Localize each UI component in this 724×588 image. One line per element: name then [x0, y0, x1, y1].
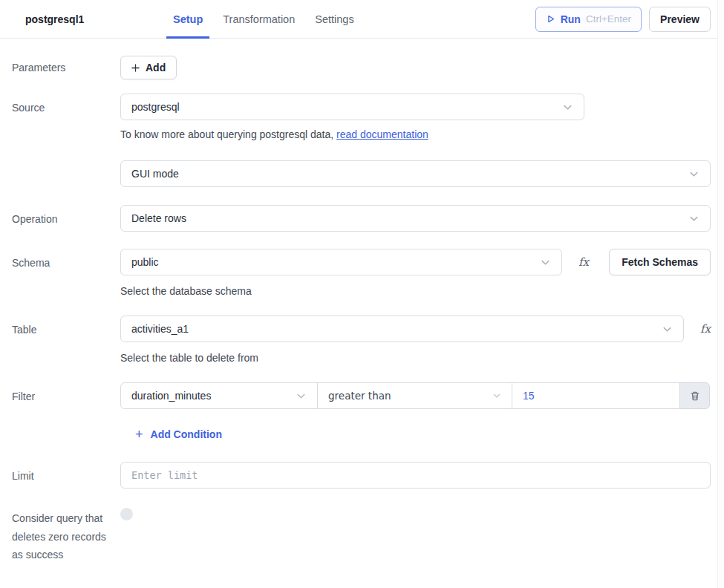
- tab-settings[interactable]: Settings: [315, 0, 353, 39]
- operation-label: Operation: [0, 205, 120, 226]
- add-parameter-button[interactable]: Add: [120, 56, 177, 79]
- plus-icon: [131, 64, 140, 72]
- header-actions: Run Ctrl+Enter Preview: [535, 7, 711, 32]
- operation-select[interactable]: Delete rows: [120, 205, 711, 232]
- filter-value-input[interactable]: [512, 382, 680, 409]
- filter-operator-select[interactable]: greater than: [317, 382, 512, 409]
- mode-select-value: GUI mode: [131, 168, 179, 180]
- table-row: Table activities_a1 fx Select the table …: [0, 316, 724, 365]
- run-shortcut: Ctrl+Enter: [586, 13, 631, 24]
- table-select-value: activities_a1: [131, 323, 189, 335]
- success-toggle-label: Consider query that deletes zero records…: [0, 507, 120, 564]
- schema-label: Schema: [0, 249, 120, 270]
- limit-input[interactable]: [120, 462, 711, 489]
- filter-column-select[interactable]: duration_minutes: [120, 382, 318, 409]
- filter-column-value: duration_minutes: [131, 390, 211, 402]
- source-row: Source postgresql To know more about que…: [0, 94, 724, 187]
- table-select[interactable]: activities_a1: [120, 316, 684, 342]
- fx-toggle[interactable]: fx: [578, 255, 589, 269]
- chevron-down-icon: [296, 391, 307, 402]
- chevron-down-icon: [492, 391, 501, 400]
- source-helper-prefix: To know more about querying postgresql d…: [120, 128, 333, 140]
- filter-operator-value: greater than: [328, 390, 391, 402]
- run-button-label: Run: [561, 13, 581, 25]
- plus-icon: +: [135, 428, 143, 441]
- tab-bar: Setup Transformation Settings: [173, 0, 354, 39]
- parameters-label: Parameters: [0, 56, 120, 75]
- fetch-schemas-button[interactable]: Fetch Schemas: [609, 249, 711, 275]
- limit-row: Limit: [0, 462, 724, 489]
- source-select[interactable]: postgresql: [120, 94, 584, 120]
- schema-select[interactable]: public: [120, 249, 562, 275]
- read-documentation-link[interactable]: read documentation: [336, 128, 428, 140]
- tab-transformation[interactable]: Transformation: [223, 0, 295, 39]
- filter-label: Filter: [0, 382, 120, 404]
- success-toggle-switch[interactable]: [120, 508, 133, 520]
- schema-select-value: public: [131, 256, 159, 268]
- table-helper-text: Select the table to delete from: [120, 350, 711, 365]
- trash-icon: [690, 391, 700, 402]
- chevron-down-icon: [562, 102, 573, 113]
- run-button[interactable]: Run Ctrl+Enter: [535, 7, 642, 32]
- preview-button[interactable]: Preview: [649, 7, 711, 32]
- source-helper-text: To know more about querying postgresql d…: [120, 127, 711, 142]
- query-header: postgresql1 Setup Transformation Setting…: [0, 0, 724, 39]
- table-label: Table: [0, 316, 120, 337]
- parameters-row: Parameters Add: [0, 56, 724, 79]
- source-select-value: postgresql: [131, 101, 180, 113]
- query-title: postgresql1: [25, 13, 84, 25]
- filter-row: Filter duration_minutes greater than: [0, 382, 724, 441]
- filter-condition: duration_minutes greater than: [120, 382, 711, 409]
- delete-condition-button[interactable]: [679, 382, 710, 409]
- chevron-down-icon: [540, 257, 551, 268]
- query-setup-form: Parameters Add Source postgresql To know…: [0, 39, 724, 564]
- add-parameter-label: Add: [146, 62, 166, 74]
- limit-label: Limit: [0, 462, 120, 483]
- chevron-down-icon: [688, 213, 699, 224]
- chevron-down-icon: [662, 324, 673, 335]
- tab-setup[interactable]: Setup: [173, 0, 203, 39]
- success-toggle-row: Consider query that deletes zero records…: [0, 507, 724, 564]
- operation-select-value: Delete rows: [131, 212, 186, 224]
- schema-row: Schema public fx Fetch Schemas Select th…: [0, 249, 724, 298]
- mode-select[interactable]: GUI mode: [120, 160, 711, 187]
- fx-toggle[interactable]: fx: [700, 322, 711, 336]
- source-label: Source: [0, 94, 120, 115]
- add-condition-button[interactable]: + Add Condition: [135, 428, 222, 441]
- schema-helper-text: Select the database schema: [120, 284, 711, 298]
- add-condition-label: Add Condition: [151, 428, 222, 440]
- vertical-scrollbar[interactable]: [717, 0, 724, 588]
- operation-row: Operation Delete rows: [0, 205, 724, 232]
- chevron-down-icon: [688, 169, 699, 180]
- play-icon: [546, 14, 555, 24]
